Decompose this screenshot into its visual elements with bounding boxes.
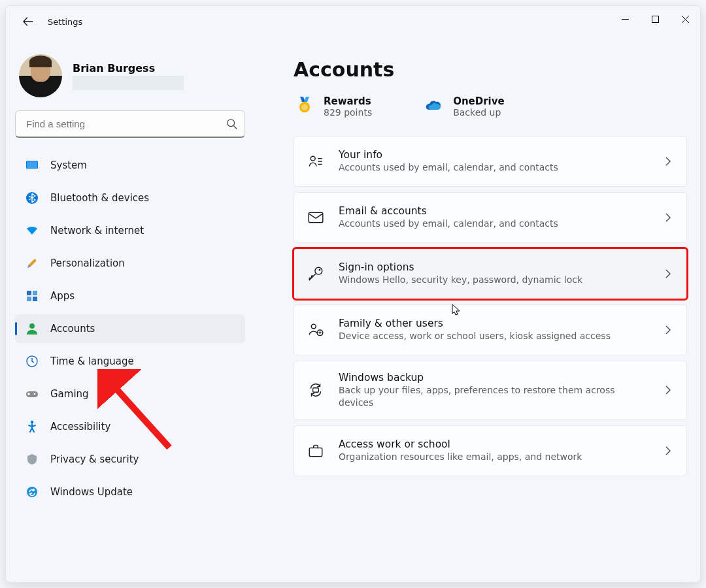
card-sub: Device access, work or school users, kio… <box>339 330 648 342</box>
close-button[interactable] <box>670 6 700 32</box>
app-title: Settings <box>48 17 82 27</box>
card-signin-options[interactable]: Sign-in options Windows Hello, security … <box>294 248 687 299</box>
svg-point-19 <box>315 267 322 274</box>
tile-label: OneDrive <box>453 95 505 107</box>
card-family-users[interactable]: Family & other users Device access, work… <box>294 304 687 355</box>
card-sub: Organization resources like email, apps,… <box>339 451 648 463</box>
onedrive-cloud-icon <box>424 95 444 115</box>
person-icon <box>25 322 39 335</box>
page-title: Accounts <box>294 58 687 81</box>
wifi-icon <box>25 224 39 237</box>
tile-label: Rewards <box>324 95 372 107</box>
sidebar-item-apps[interactable]: Apps <box>15 282 245 310</box>
svg-rect-5 <box>27 291 31 295</box>
svg-point-16 <box>301 104 308 110</box>
sidebar: Brian Burgess System Bluetooth & devices <box>6 37 254 582</box>
chevron-right-icon <box>663 446 673 456</box>
settings-window: Settings Brian Burgess <box>5 5 701 583</box>
minimize-icon <box>622 16 629 23</box>
card-sub: Accounts used by email, calendar, and co… <box>339 161 648 174</box>
svg-point-9 <box>29 323 35 329</box>
paintbrush-icon <box>25 257 39 270</box>
sidebar-item-label: Gaming <box>50 388 89 400</box>
chevron-right-icon <box>663 325 673 335</box>
chevron-right-icon <box>663 385 673 395</box>
tile-rewards[interactable]: Rewards 829 points <box>295 95 372 118</box>
window-controls <box>610 6 700 32</box>
svg-point-21 <box>311 324 316 329</box>
content-area: Brian Burgess System Bluetooth & devices <box>6 37 700 582</box>
card-your-info[interactable]: Your info Accounts used by email, calend… <box>294 136 687 187</box>
sidebar-item-bluetooth[interactable]: Bluetooth & devices <box>15 184 245 212</box>
profile-email-redacted <box>73 76 184 90</box>
sidebar-item-time[interactable]: Time & language <box>15 347 245 376</box>
sidebar-item-label: Privacy & security <box>50 453 139 465</box>
card-title: Sign-in options <box>339 261 648 273</box>
svg-rect-3 <box>27 161 37 168</box>
email-icon <box>307 209 324 226</box>
your-info-icon <box>307 153 324 170</box>
top-tiles: Rewards 829 points OneDrive Backed up <box>295 95 687 118</box>
sidebar-item-label: Accounts <box>50 323 95 335</box>
card-windows-backup[interactable]: Windows backup Back up your files, apps,… <box>294 361 687 420</box>
key-icon <box>307 265 324 282</box>
system-icon <box>25 159 39 172</box>
sidebar-item-privacy[interactable]: Privacy & security <box>15 445 245 474</box>
svg-rect-24 <box>309 448 322 456</box>
shield-icon <box>25 453 39 466</box>
svg-point-20 <box>319 269 321 271</box>
search-box[interactable] <box>15 110 245 138</box>
sidebar-item-network[interactable]: Network & internet <box>15 216 245 245</box>
sidebar-item-accessibility[interactable]: Accessibility <box>15 412 245 441</box>
svg-point-13 <box>31 421 33 423</box>
sidebar-item-label: Apps <box>50 290 75 302</box>
card-sub: Accounts used by email, calendar, and co… <box>339 218 648 230</box>
card-title: Email & accounts <box>339 205 648 217</box>
accessibility-icon <box>25 420 39 433</box>
apps-icon <box>25 289 39 302</box>
chevron-right-icon <box>663 212 673 223</box>
card-email-accounts[interactable]: Email & accounts Accounts used by email,… <box>294 192 687 243</box>
sidebar-item-label: Bluetooth & devices <box>50 192 149 204</box>
back-arrow-icon <box>23 16 33 27</box>
sidebar-item-personalization[interactable]: Personalization <box>15 249 245 278</box>
minimize-button[interactable] <box>610 6 640 32</box>
briefcase-icon <box>307 442 324 459</box>
sidebar-item-accounts[interactable]: Accounts <box>15 314 245 343</box>
cards-list: Your info Accounts used by email, calend… <box>294 136 687 476</box>
search-input[interactable] <box>25 118 226 130</box>
back-button[interactable] <box>15 8 41 35</box>
maximize-icon <box>652 16 659 23</box>
card-title: Family & other users <box>339 318 648 329</box>
maximize-button[interactable] <box>640 6 670 32</box>
svg-rect-23 <box>313 388 319 393</box>
nav-list: System Bluetooth & devices Network & int… <box>15 151 245 506</box>
profile-block[interactable]: Brian Burgess <box>19 54 245 97</box>
tile-sub: 829 points <box>324 107 372 118</box>
sidebar-item-label: Windows Update <box>50 486 133 498</box>
sidebar-item-system[interactable]: System <box>15 151 245 180</box>
sidebar-item-gaming[interactable]: Gaming <box>15 380 245 408</box>
card-title: Your info <box>339 149 648 161</box>
clock-globe-icon <box>25 355 39 368</box>
sidebar-item-label: Accessibility <box>50 421 110 433</box>
card-title: Access work or school <box>339 438 648 450</box>
gamepad-icon <box>25 387 39 400</box>
svg-rect-7 <box>27 297 31 301</box>
card-title: Windows backup <box>339 372 648 384</box>
sidebar-item-label: Time & language <box>50 355 134 367</box>
svg-rect-0 <box>652 16 658 22</box>
card-work-school[interactable]: Access work or school Organization resou… <box>294 425 687 476</box>
sidebar-item-label: Network & internet <box>50 225 144 237</box>
card-sub: Windows Hello, security key, password, d… <box>339 274 648 286</box>
tile-sub: Backed up <box>453 107 505 118</box>
chevron-right-icon <box>663 156 673 167</box>
svg-point-12 <box>34 393 36 395</box>
sidebar-item-update[interactable]: Windows Update <box>15 478 245 506</box>
avatar <box>19 54 62 97</box>
tile-onedrive[interactable]: OneDrive Backed up <box>424 95 505 118</box>
bluetooth-icon <box>25 191 39 204</box>
svg-rect-6 <box>33 291 37 295</box>
sidebar-item-label: Personalization <box>50 257 125 269</box>
titlebar: Settings <box>6 6 700 37</box>
